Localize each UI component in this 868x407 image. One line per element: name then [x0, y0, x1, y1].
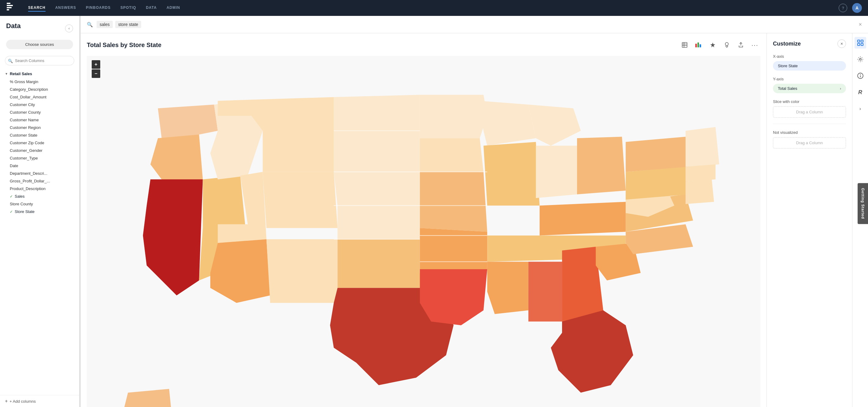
chart-type-button[interactable] [693, 39, 704, 51]
state-ny[interactable] [626, 136, 689, 172]
more-options-button[interactable]: ··· [749, 39, 761, 51]
user-avatar[interactable]: A [852, 3, 862, 13]
nav-data[interactable]: DATA [146, 4, 157, 11]
tree-item-dept-desc[interactable]: Department_Descri... [0, 169, 79, 177]
state-co[interactable] [262, 172, 337, 228]
tree-item-label: Department_Descri... [10, 171, 48, 176]
state-ms[interactable] [487, 261, 528, 314]
state-nm[interactable] [267, 239, 338, 303]
tree-item-date[interactable]: Date [0, 162, 79, 169]
state-or[interactable] [150, 134, 203, 179]
nav-spotiq[interactable]: SPOTIQ [120, 4, 136, 11]
svg-rect-0 [7, 3, 10, 4]
customize-title: Customize [773, 41, 801, 47]
state-ky[interactable] [540, 202, 626, 236]
chart-title: Total Sales by Store State [87, 41, 679, 49]
svg-point-26 [860, 58, 861, 60]
not-visualized-section: Not visualized Drag a Column [773, 130, 846, 149]
state-ks[interactable] [337, 206, 420, 239]
nav-admin[interactable]: ADMIN [166, 4, 180, 11]
state-wi[interactable] [480, 101, 536, 146]
state-mass-area[interactable] [685, 164, 715, 182]
top-navigation: SEARCH ANSWERS PINBOARDS SPOTIQ DATA ADM… [0, 0, 868, 16]
tree-item-label: Customer County [10, 110, 41, 115]
not-visualized-drop-zone[interactable]: Drag a Column [773, 137, 846, 149]
tree-item-customer-city[interactable]: Customer City [0, 101, 79, 108]
state-il[interactable] [484, 142, 540, 206]
chart-actions: ··· [679, 39, 761, 51]
state-pa[interactable] [626, 166, 689, 199]
tree-item-category-desc[interactable]: Category_Description [0, 86, 79, 93]
customize-header: Customize × [773, 39, 846, 48]
logo[interactable] [6, 2, 16, 14]
tree-item-label: Gross_Profit_Dollar_... [10, 179, 50, 183]
state-sd[interactable] [334, 131, 420, 172]
tree-item-customer-gender[interactable]: Customer_Gender [0, 147, 79, 154]
customize-close-button[interactable]: × [837, 39, 846, 48]
pin-button[interactable] [707, 39, 718, 51]
state-ia[interactable] [420, 138, 484, 172]
y-axis-section: Y-axis Total Sales › [773, 77, 846, 93]
tree-item-sales[interactable]: ✓ Sales [0, 192, 79, 200]
state-nd[interactable] [334, 95, 420, 131]
tree-item-gross-profit[interactable]: Gross_Profit_Dollar_... [0, 177, 79, 185]
getting-started-tab[interactable]: Getting Started [858, 183, 868, 224]
x-axis-pill[interactable]: Store State [773, 61, 846, 70]
tree-item-customer-county[interactable]: Customer County [0, 108, 79, 116]
tree-group-label: Retail Sales [10, 71, 32, 76]
svg-rect-1 [7, 5, 13, 6]
search-pill-store-state[interactable]: store state [115, 21, 141, 28]
tree-item-customer-type[interactable]: Customer_Type [0, 154, 79, 162]
table-view-button[interactable] [679, 39, 690, 51]
state-al[interactable] [528, 261, 562, 321]
zoom-out-button[interactable]: − [92, 69, 100, 78]
state-mo[interactable] [420, 172, 487, 232]
state-ne-states[interactable] [685, 127, 719, 167]
tree-item-product-desc[interactable]: Product_Description [0, 185, 79, 192]
share-button[interactable] [735, 39, 746, 51]
state-in[interactable] [536, 146, 577, 198]
tree-item-cost-dollar[interactable]: Cost_Dollar_Amount [0, 93, 79, 101]
insights-button[interactable] [721, 39, 732, 51]
not-visualized-label: Not visualized [773, 130, 846, 135]
tree-item-customer-region[interactable]: Customer Region [0, 124, 79, 131]
state-oh[interactable] [577, 136, 626, 194]
search-columns-input[interactable] [5, 56, 74, 65]
map-container: + − [87, 55, 761, 407]
add-columns-button[interactable]: + + Add columns [0, 395, 79, 407]
state-wy[interactable] [262, 131, 334, 172]
state-mn[interactable] [420, 95, 487, 138]
y-axis-pill[interactable]: Total Sales › [773, 84, 846, 93]
tree-item-customer-name[interactable]: Customer Name [0, 116, 79, 124]
tree-item-store-state[interactable]: ✓ Store State [0, 208, 79, 215]
help-button[interactable]: ? [839, 4, 847, 12]
nav-answers[interactable]: ANSWERS [55, 4, 76, 11]
svg-rect-8 [695, 44, 697, 48]
x-axis-value: Store State [778, 64, 798, 68]
slice-drop-zone[interactable]: Drag a Column [773, 106, 846, 118]
state-nj-area[interactable] [685, 179, 714, 204]
r-icon[interactable]: R [855, 87, 866, 98]
search-pill-sales[interactable]: sales [97, 21, 113, 28]
tree-item-customer-zip[interactable]: Customer Zip Code [0, 139, 79, 147]
tree-group-retail-sales[interactable]: ▼ Retail Sales [0, 70, 79, 78]
state-ar[interactable] [420, 228, 487, 269]
search-close-button[interactable]: × [859, 21, 862, 28]
nav-pinboards[interactable]: PINBOARDS [86, 4, 111, 11]
sidebar-collapse-button[interactable]: ‹ [65, 25, 73, 32]
settings-icon[interactable] [855, 54, 866, 65]
nav-search[interactable]: SEARCH [28, 4, 45, 11]
choose-sources-button[interactable]: Choose sources [6, 40, 73, 49]
info-icon[interactable] [855, 70, 866, 82]
content-row: Total Sales by Store State [81, 33, 868, 407]
nav-right: ? A [839, 3, 862, 13]
zoom-in-button[interactable]: + [92, 60, 100, 69]
tree-item-gross-margin[interactable]: % Gross Margin [0, 78, 79, 86]
chart-config-icon[interactable] [855, 37, 866, 49]
tree-item-label: Cost_Dollar_Amount [10, 95, 46, 99]
tree-item-customer-state[interactable]: Customer State [0, 131, 79, 139]
collapse-right-icon[interactable]: › [855, 103, 866, 115]
tree-item-store-county[interactable]: Store County [0, 200, 79, 208]
state-ne[interactable] [334, 172, 420, 206]
svg-rect-25 [861, 43, 863, 45]
